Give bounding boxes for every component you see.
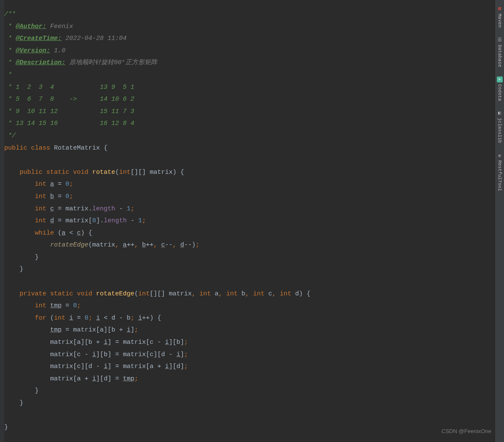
doc-author-tag: @Author: <box>16 23 46 30</box>
doc-star: * <box>4 71 12 79</box>
doc-close: */ <box>4 132 16 139</box>
tool-restful[interactable]: ◉ RestfulTool <box>493 151 504 193</box>
doc-version: 1.0 <box>54 47 65 54</box>
doc-author: Feenix <box>50 23 73 30</box>
call-rotateEdge: rotateEdge <box>50 241 88 249</box>
restful-icon: ◉ <box>497 153 503 159</box>
method-rotate: rotate <box>92 169 115 176</box>
doc-open: /** <box>4 11 16 18</box>
tool-codota[interactable]: > Codota <box>493 75 504 103</box>
codota-icon: > <box>497 76 503 82</box>
tool-database-label: Database <box>493 45 504 67</box>
tool-database[interactable]: ☰ Database <box>493 35 504 69</box>
tool-jclasslib[interactable]: ◧ jclasslib <box>493 108 504 144</box>
tool-maven-label: Maven <box>493 14 504 28</box>
doc-m3: * 9 10 11 12 15 11 7 3 <box>4 108 134 115</box>
class-name: RotateMatrix <box>54 144 100 152</box>
gutter <box>0 0 4 442</box>
doc-create-tag: @CreateTime: <box>16 35 62 42</box>
database-icon: ☰ <box>497 37 503 43</box>
right-toolbar: m Maven ☰ Database > Codota ◧ jclasslib … <box>495 0 504 442</box>
watermark: CSDN @FeenixOne <box>442 425 491 438</box>
tool-restful-label: RestfulTool <box>493 160 504 191</box>
doc-m2: * 5 6 7 8 -> 14 10 6 2 <box>4 96 134 103</box>
doc-create: 2022-04-28 11:04 <box>65 35 127 42</box>
doc-desc: 原地顺时针旋转90°正方形矩阵 <box>69 59 157 66</box>
tool-maven[interactable]: m Maven <box>493 4 504 29</box>
tool-jclasslib-label: jclasslib <box>493 118 504 143</box>
doc-m4: * 13 14 15 16 16 12 8 4 <box>4 120 134 127</box>
editor-container: /** * @Author: Feenix * @CreateTime: 202… <box>0 0 504 442</box>
maven-icon: m <box>497 6 503 12</box>
doc-version-tag: @Version: <box>16 47 50 54</box>
method-rotateEdge: rotateEdge <box>96 290 134 298</box>
jclasslib-icon: ◧ <box>497 110 503 116</box>
tool-codota-label: Codota <box>493 84 504 101</box>
code-area[interactable]: /** * @Author: Feenix * @CreateTime: 202… <box>4 0 495 442</box>
doc-m1: * 1 2 3 4 13 9 5 1 <box>4 84 134 91</box>
doc-desc-tag: @Description: <box>16 59 65 66</box>
